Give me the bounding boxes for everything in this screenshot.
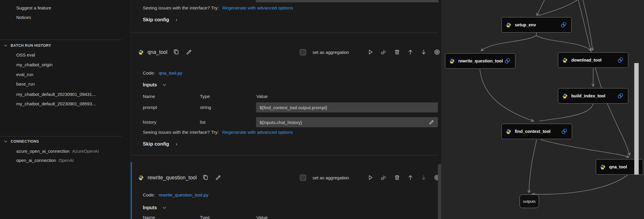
- graph-node-label: rewrite_question_tool: [458, 59, 503, 63]
- skip-config-button[interactable]: Skip config›: [143, 17, 177, 22]
- flow-graph-panel[interactable]: setup_env rewrite_question_tool download…: [441, 0, 644, 219]
- tool-title: rewrite_question_tool: [148, 175, 197, 181]
- sidebar-item-notices[interactable]: Notices: [16, 14, 31, 21]
- debug-icon[interactable]: [381, 49, 387, 55]
- connection-type: OpenAI: [59, 158, 74, 163]
- copy-icon[interactable]: [173, 49, 180, 55]
- graph-node-find-context-tool[interactable]: find_context_tool: [501, 124, 572, 139]
- graph-node-label: build_index_tool: [571, 94, 605, 98]
- graph-scrollbar[interactable]: [634, 63, 639, 175]
- connection-item[interactable]: azure_open_ai_connectionAzureOpenAI: [16, 148, 99, 154]
- column-header-name: Name: [143, 215, 155, 219]
- skip-config-label: Skip config: [143, 141, 169, 146]
- python-icon: [600, 165, 605, 170]
- selected-section-accent: [131, 162, 132, 219]
- sidebar-item-suggest-feature[interactable]: Suggest a feature: [16, 5, 51, 11]
- run-icon[interactable]: [367, 174, 374, 181]
- graph-node-setup-env[interactable]: setup_env: [501, 17, 572, 33]
- inputs-label: Inputs: [143, 82, 157, 88]
- graph-edges: [441, 0, 644, 219]
- edit-icon[interactable]: [186, 49, 192, 55]
- variant-link-icon[interactable]: [560, 21, 567, 28]
- skip-config-button[interactable]: Skip config›: [143, 141, 177, 147]
- regenerate-advanced-link[interactable]: Regenerate with advanced options: [222, 130, 293, 135]
- batch-run-item[interactable]: OSS eval: [16, 52, 35, 58]
- variant-link-icon[interactable]: [504, 57, 511, 65]
- input-row-type: string: [200, 105, 211, 110]
- code-file-link[interactable]: rewrite_question_tool.py: [159, 192, 208, 197]
- chevron-down-icon[interactable]: [3, 139, 8, 144]
- edit-icon[interactable]: [215, 174, 221, 181]
- value-input[interactable]: ${inputs.chat_history}: [256, 117, 438, 127]
- move-down-icon[interactable]: [420, 174, 427, 181]
- tool-toolbar-rewrite: set as aggregation: [300, 172, 440, 183]
- graph-node-build-index-tool[interactable]: build_index_tool: [558, 88, 628, 104]
- batch-run-item[interactable]: my_chatbot_origin: [16, 62, 53, 68]
- batch-run-item[interactable]: my_chatbot_default_20230901_09431...: [16, 91, 96, 98]
- graph-node-rewrite-question-tool[interactable]: rewrite_question_tool: [445, 53, 515, 69]
- section-header-connections[interactable]: CONNECTIONS: [11, 139, 39, 144]
- inputs-section-header[interactable]: Inputs: [143, 82, 167, 88]
- skip-config-label: Skip config: [143, 17, 169, 22]
- code-label: Code:: [143, 70, 155, 75]
- python-icon: [562, 94, 567, 99]
- chevron-down-icon[interactable]: [3, 43, 8, 48]
- copy-icon[interactable]: [203, 174, 209, 181]
- value-text: ${inputs.chat_history}: [260, 120, 302, 125]
- variant-link-icon[interactable]: [617, 57, 624, 64]
- value-input-clipped[interactable]: [256, 0, 438, 2]
- column-header-type: Type: [200, 215, 210, 219]
- tool-toolbar-qna: set as aggregation: [300, 46, 440, 58]
- graph-node-label: find_context_tool: [515, 129, 551, 134]
- move-down-icon[interactable]: [420, 49, 427, 55]
- delete-icon[interactable]: [394, 174, 400, 181]
- chevron-right-icon: ›: [176, 17, 177, 22]
- column-header-name: Name: [143, 94, 155, 99]
- input-row-name: prompt: [143, 105, 157, 110]
- value-input[interactable]: ${find_context_tool.output.prompt}: [256, 102, 438, 112]
- variant-link-icon[interactable]: [561, 128, 568, 135]
- move-up-icon[interactable]: [407, 174, 414, 181]
- variant-link-icon[interactable]: [617, 92, 624, 99]
- notice-text: Seeing issues with the interface? Try:: [143, 5, 219, 10]
- graph-node-label: outputs: [523, 199, 536, 204]
- interface-notice: Seeing issues with the interface? Try: R…: [143, 130, 293, 135]
- sidebar-divider: [0, 40, 122, 40]
- sidebar: Suggest a feature Notices BATCH RUN HIST…: [0, 0, 130, 219]
- inputs-section-header[interactable]: Inputs: [143, 205, 167, 210]
- graph-node-download-tool[interactable]: download_tool: [558, 52, 628, 68]
- interface-notice: Seeing issues with the interface? Try: R…: [143, 5, 293, 11]
- connection-name: azure_open_ai_connection: [16, 149, 69, 154]
- aggregation-checkbox[interactable]: [300, 49, 306, 55]
- connection-item[interactable]: open_ai_connectionOpenAI: [16, 157, 74, 164]
- move-up-icon[interactable]: [407, 49, 414, 55]
- chevron-down-icon: [162, 82, 167, 88]
- target-icon[interactable]: [434, 49, 440, 55]
- batch-run-item[interactable]: my_chatbot_default_20230901_08593...: [16, 101, 96, 107]
- edit-value-icon[interactable]: [428, 119, 434, 125]
- tool-header-rewrite: rewrite_question_tool: [138, 172, 221, 183]
- run-icon[interactable]: [367, 49, 374, 55]
- section-divider: [131, 155, 438, 155]
- batch-run-item[interactable]: eval_run: [16, 71, 33, 78]
- python-icon: [506, 129, 511, 134]
- batch-run-item[interactable]: base_run: [16, 81, 35, 87]
- graph-node-outputs[interactable]: outputs: [520, 194, 539, 208]
- column-header-value: Value: [256, 94, 268, 99]
- aggregation-checkbox[interactable]: [300, 175, 306, 181]
- value-text: ${find_context_tool.output.prompt}: [260, 105, 327, 110]
- code-file-link[interactable]: qna_tool.py: [159, 70, 182, 75]
- tool-title: qna_tool: [148, 49, 167, 55]
- graph-node-label: setup_env: [515, 22, 536, 27]
- debug-icon[interactable]: [381, 174, 387, 181]
- connection-type: AzureOpenAI: [72, 149, 99, 154]
- inputs-label: Inputs: [143, 205, 157, 210]
- regenerate-advanced-link[interactable]: Regenerate with advanced options: [222, 5, 293, 10]
- input-row-name: history: [143, 120, 156, 125]
- python-icon: [506, 22, 511, 28]
- sidebar-divider: [0, 136, 122, 136]
- section-header-batch-run-history[interactable]: BATCH RUN HISTORY: [11, 43, 51, 48]
- graph-node-label: qna_tool: [609, 165, 627, 169]
- connection-name: open_ai_connection: [16, 158, 56, 163]
- delete-icon[interactable]: [394, 49, 400, 55]
